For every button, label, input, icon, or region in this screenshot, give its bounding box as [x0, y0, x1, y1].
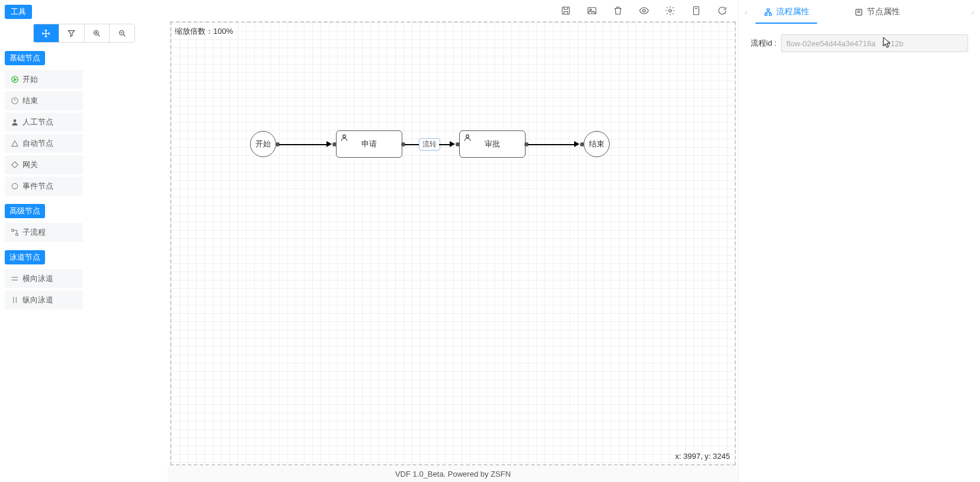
node-auto[interactable]: 自动节点	[5, 134, 83, 153]
subflow-icon	[11, 228, 19, 237]
section-basic: 基础节点	[5, 51, 45, 65]
svg-point-12	[669, 9, 672, 12]
flow-node-start[interactable]: 开始	[250, 131, 276, 157]
node-hlane[interactable]: 横向泳道	[5, 269, 83, 288]
svg-rect-13	[694, 7, 699, 15]
arrow-icon	[574, 141, 579, 147]
flow-edge[interactable]	[405, 144, 419, 145]
diamond-icon	[11, 161, 19, 169]
svg-point-4	[14, 119, 17, 122]
flow-edge[interactable]	[279, 144, 326, 145]
svg-rect-7	[16, 234, 18, 236]
node-event[interactable]: 事件节点	[5, 177, 83, 196]
svg-rect-16	[767, 8, 770, 10]
node-end[interactable]: 结束	[5, 91, 83, 110]
svg-rect-8	[562, 7, 569, 14]
flow-icon	[764, 8, 773, 17]
person-icon	[11, 118, 19, 126]
node-subflow[interactable]: 子流程	[5, 223, 83, 242]
node-label: 自动节点	[23, 138, 53, 149]
tab-node-props[interactable]: 节点属性	[844, 0, 911, 24]
gear-icon[interactable]	[665, 5, 675, 16]
form-row-flowid: 流程id :	[751, 34, 968, 52]
canvas-area: 缩放倍数：100% 开始 申请 流转 审批 结束 x: 3997, y: 324…	[168, 0, 738, 482]
power-icon	[11, 97, 19, 105]
save-icon[interactable]	[561, 5, 571, 16]
zoom-in-tab[interactable]	[85, 24, 110, 42]
flow-edge[interactable]	[528, 144, 574, 145]
svg-point-5	[12, 183, 17, 189]
circle-icon	[11, 182, 19, 190]
svg-rect-18	[769, 14, 771, 15]
top-toolbar	[168, 0, 738, 21]
tab-label: 节点属性	[867, 7, 900, 17]
canvas[interactable]: 缩放倍数：100% 开始 申请 流转 审批 结束 x: 3997, y: 324…	[170, 21, 736, 465]
move-tool-tab[interactable]	[34, 24, 59, 42]
person-icon	[463, 133, 472, 142]
footer: VDF 1.0_Beta. Powered by ZSFN	[168, 465, 738, 482]
canvas-coords: x: 3997, y: 3245	[675, 452, 730, 461]
zoom-label: 缩放倍数：100%	[175, 26, 233, 37]
flowid-input[interactable]	[781, 34, 968, 52]
node-label: 网关	[23, 159, 38, 170]
node-manual[interactable]: 人工节点	[5, 113, 83, 132]
node-gateway[interactable]: 网关	[5, 155, 83, 174]
node-start[interactable]: 开始	[5, 70, 83, 89]
node-label: 开始	[23, 74, 38, 85]
svg-point-11	[643, 9, 646, 12]
node-label: 横向泳道	[23, 273, 53, 284]
right-panel: ‹ 流程属性 节点属性 › 流程id :	[738, 0, 980, 482]
flowid-label: 流程id :	[751, 38, 776, 49]
sidebar: 工具 基础节点 开始 结束 人工节点 自动节点 网关 事件节点 高级节点 子流程…	[0, 0, 168, 482]
tools-header: 工具	[5, 5, 32, 19]
section-lane: 泳道节点	[5, 250, 45, 264]
node-label: 子流程	[23, 227, 46, 238]
tool-mode-tabs	[33, 24, 135, 43]
node-vlane[interactable]: 纵向泳道	[5, 291, 83, 309]
tab-flow-props[interactable]: 流程属性	[753, 0, 820, 24]
svg-rect-17	[765, 14, 767, 15]
filter-tool-tab[interactable]	[59, 24, 85, 42]
page-icon[interactable]	[691, 5, 702, 16]
svg-point-15	[466, 135, 469, 138]
svg-point-14	[343, 135, 346, 138]
tabs-prev[interactable]: ‹	[739, 0, 753, 24]
node-icon	[854, 8, 863, 17]
refresh-icon[interactable]	[717, 5, 728, 16]
flow-edge[interactable]	[439, 144, 450, 145]
eye-icon[interactable]	[639, 5, 649, 16]
vlane-icon	[11, 296, 19, 304]
zoom-out-tab[interactable]	[110, 24, 134, 42]
section-advanced: 高级节点	[5, 204, 45, 218]
edge-label[interactable]: 流转	[419, 138, 440, 151]
tabs-next[interactable]: ›	[966, 0, 980, 24]
right-tabs: ‹ 流程属性 节点属性 ›	[739, 0, 980, 24]
node-label: 事件节点	[23, 181, 53, 191]
node-label: 纵向泳道	[23, 295, 53, 305]
image-icon[interactable]	[587, 5, 597, 16]
svg-point-2	[12, 76, 18, 83]
arrow-icon	[326, 141, 332, 147]
arrow-icon	[450, 141, 455, 147]
node-label: 结束	[23, 95, 38, 106]
hlane-icon	[11, 274, 19, 283]
flow-node-end[interactable]: 结束	[584, 131, 610, 157]
svg-rect-6	[12, 229, 14, 232]
flow-node-task[interactable]: 审批	[459, 130, 526, 158]
flow-node-task[interactable]: 申请	[336, 130, 402, 158]
trash-icon[interactable]	[613, 5, 623, 16]
triangle-icon	[11, 139, 19, 148]
play-circle-icon	[11, 75, 19, 84]
tab-label: 流程属性	[776, 7, 809, 17]
person-icon	[340, 133, 348, 142]
node-label: 人工节点	[23, 117, 53, 127]
